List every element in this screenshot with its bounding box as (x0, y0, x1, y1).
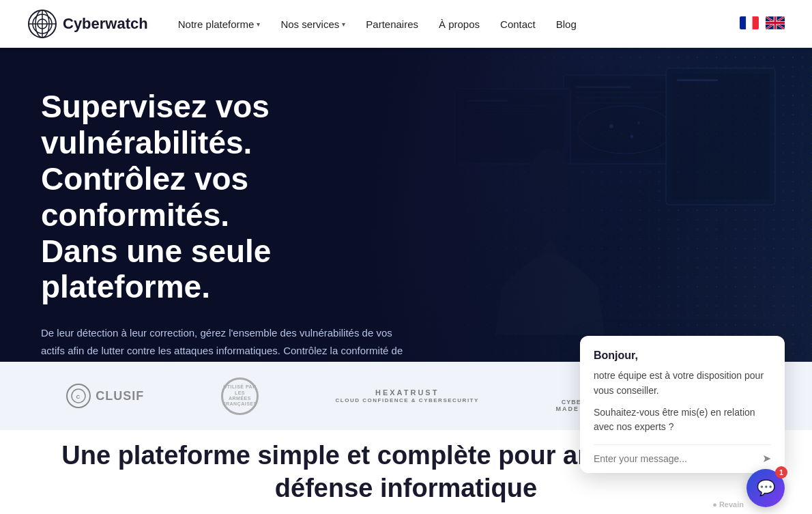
hero-title: Supervisez vos vulnérabilités. Contrôlez… (41, 89, 409, 305)
partner-armees: UTILISÉ PAR LESARMÉESFRANÇAISES (221, 377, 259, 415)
flag-en[interactable] (766, 16, 785, 32)
chat-input-row: ➤ (594, 444, 771, 465)
chat-icon: 💬 (757, 479, 775, 497)
chat-body: Bonjour, notre équipe est à votre dispos… (580, 336, 785, 473)
hero-description: De leur détection à leur correction, gér… (41, 324, 409, 362)
logo[interactable]: Cyberwatch (27, 9, 148, 39)
chat-badge: 1 (775, 466, 787, 479)
chat-bubble-button[interactable]: 💬 1 (746, 469, 785, 507)
chevron-down-icon: ▾ (257, 20, 260, 28)
hero-content: Supervisez vos vulnérabilités. Contrôlez… (0, 48, 450, 362)
navbar: Cyberwatch Notre plateforme ▾ Nos servic… (0, 0, 812, 48)
nav-item-plateforme[interactable]: Notre plateforme ▾ (169, 13, 270, 35)
nav-item-blog[interactable]: Blog (547, 13, 586, 35)
svg-rect-7 (746, 16, 752, 29)
chat-input[interactable] (594, 453, 757, 464)
nav-item-services[interactable]: Nos services ▾ (271, 13, 355, 35)
nav-item-contact[interactable]: Contact (491, 13, 545, 35)
chevron-down-icon: ▾ (342, 20, 345, 28)
nav-item-partenaires[interactable]: Partenaires (356, 13, 428, 35)
logo-icon (27, 9, 57, 39)
revain-watermark: ● Revain (712, 500, 744, 509)
partner-clusif: C CLUSIF (66, 383, 144, 409)
flag-fr[interactable] (740, 16, 759, 32)
logo-text: Cyberwatch (63, 15, 148, 33)
chat-greeting: Bonjour, (594, 349, 771, 362)
nav-item-apropos[interactable]: À propos (429, 13, 489, 35)
chat-send-button[interactable]: ➤ (762, 452, 771, 465)
svg-rect-8 (753, 16, 759, 29)
nav-links: Notre plateforme ▾ Nos services ▾ Parten… (169, 13, 740, 35)
nav-right (740, 16, 785, 32)
chat-text2: Souhaitez-vous être mis(e) en relation a… (594, 405, 771, 435)
svg-text:C: C (76, 394, 81, 400)
svg-rect-6 (740, 16, 746, 29)
partner-hexatrust: HEXATRUST CLOUD CONFIDENCE & CYBERSECURI… (336, 388, 479, 404)
chat-widget: Bonjour, notre équipe est à votre dispos… (580, 336, 785, 473)
hero-section: Supervisez vos vulnérabilités. Contrôlez… (0, 48, 812, 362)
chat-text1: notre équipe est à votre disposition pou… (594, 369, 771, 398)
